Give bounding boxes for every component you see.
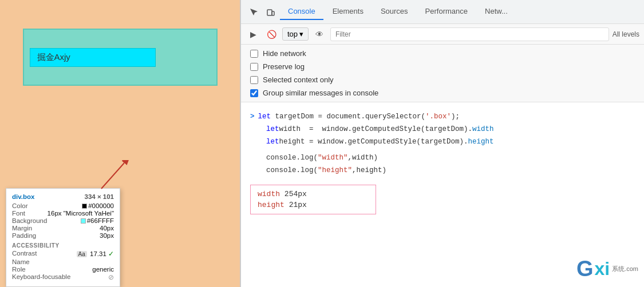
tooltip-name-row: Name: [12, 258, 114, 265]
code-line-2: let width = window.getComputedStyle(targ…: [266, 123, 635, 135]
tooltip-font-row: Font 16px "Microsoft YaHei": [12, 210, 114, 217]
tooltip-keyboard-row: Keyboard-focusable ⊘: [12, 273, 114, 281]
left-panel: 掘金Axjy div.box 334 × 101 Color #000000 F…: [0, 0, 240, 287]
aa-badge: Aa: [77, 251, 87, 257]
color-label: Color: [12, 202, 27, 209]
bg-swatch: [81, 218, 86, 224]
page-content: 掘金Axjy: [0, 0, 240, 114]
group-similar-label: Group similar messages in console: [263, 89, 378, 97]
contrast-value: Aa 17.31 ✓: [77, 250, 114, 258]
context-dropdown-icon: ▾: [299, 30, 303, 38]
setting-hide-network: Hide network: [250, 47, 635, 60]
accessibility-section: ACCESSIBILITY: [12, 242, 114, 249]
code-line-3: let height = window.getComputedStyle(tar…: [266, 135, 635, 148]
width-value: 254px: [285, 190, 307, 198]
tooltip-role-row: Role generic: [12, 266, 114, 273]
teal-box: 掘金Axjy: [23, 29, 218, 86]
width-label: width: [258, 190, 280, 198]
margin-label: Margin: [12, 225, 32, 232]
role-value: generic: [92, 266, 114, 273]
element-tooltip: div.box 334 × 101 Color #000000 Font 16p…: [6, 188, 120, 287]
tooltip-color-row: Color #000000: [12, 202, 114, 209]
setting-group-similar: Group similar messages in console: [250, 86, 635, 99]
padding-label: Padding: [12, 232, 36, 239]
svg-rect-3: [272, 11, 274, 15]
code-text-1: let targetDom = document.querySelector('…: [258, 111, 460, 122]
contrast-label: Contrast: [12, 250, 37, 258]
svg-line-1: [101, 163, 124, 189]
hide-network-label: Hide network: [263, 49, 306, 58]
console-settings: Hide network Preserve log Selected conte…: [241, 45, 644, 102]
context-label: top: [287, 30, 298, 38]
height-label: height: [258, 201, 285, 209]
arrow-icon: [96, 160, 130, 192]
code-line-5: console.log("width",width): [266, 152, 635, 164]
cursor-icon[interactable]: [246, 4, 262, 20]
check-icon: ✓: [108, 250, 114, 258]
watermark-sub: 系统.com: [612, 265, 638, 273]
tooltip-padding-row: Padding 30px: [12, 232, 114, 239]
role-label: Role: [12, 266, 26, 273]
tab-network[interactable]: Netw...: [477, 3, 516, 20]
preserve-log-checkbox[interactable]: [250, 63, 258, 71]
setting-selected-context: Selected context only: [250, 73, 635, 86]
watermark-g: G: [576, 257, 594, 281]
bg-label: Background: [12, 217, 47, 224]
color-swatch: [82, 204, 87, 209]
output-results: width 254px height 21px: [250, 185, 376, 214]
tab-elements[interactable]: Elements: [325, 3, 372, 20]
output-height: height 21px: [258, 200, 369, 210]
selected-context-checkbox[interactable]: [250, 76, 258, 84]
element-size: 334 × 101: [85, 193, 114, 200]
svg-rect-2: [267, 10, 272, 15]
tooltip-title: div.box 334 × 101: [12, 193, 114, 200]
console-toolbar: ▶ 🚫 top ▾ 👁 All levels: [241, 24, 644, 45]
tab-console[interactable]: Console: [280, 3, 323, 20]
preserve-log-label: Preserve log: [263, 62, 305, 71]
tab-performance[interactable]: Performance: [417, 3, 476, 20]
name-label: Name: [12, 258, 30, 265]
font-label: Font: [12, 210, 25, 217]
context-selector[interactable]: top ▾: [282, 27, 309, 41]
group-similar-checkbox[interactable]: [250, 89, 258, 97]
tooltip-bg-row: Background #66FFFF: [12, 217, 114, 224]
font-value: 16px "Microsoft YaHei": [48, 210, 114, 217]
watermark: G xi 系统.com: [576, 257, 638, 281]
filter-input[interactable]: [330, 27, 609, 41]
tooltip-contrast-row: Contrast Aa 17.31 ✓: [12, 250, 114, 258]
margin-value: 40px: [100, 225, 114, 232]
code-line-6: console.log("height",height): [266, 164, 635, 177]
prompt-icon: >: [250, 111, 255, 122]
page-text: 掘金Axjy: [30, 48, 156, 67]
padding-value: 30px: [100, 232, 114, 239]
code-line-1: > let targetDom = document.querySelector…: [250, 110, 635, 123]
hide-network-checkbox[interactable]: [250, 50, 258, 58]
keyboard-label: Keyboard-focusable: [12, 273, 70, 281]
levels-dropdown[interactable]: All levels: [613, 30, 639, 38]
height-value: 21px: [289, 201, 307, 209]
bg-value: #66FFFF: [81, 217, 114, 224]
block-icon[interactable]: 🚫: [264, 27, 279, 42]
output-width: width 254px: [258, 189, 369, 200]
tooltip-margin-row: Margin 40px: [12, 225, 114, 232]
tab-sources[interactable]: Sources: [373, 3, 416, 20]
watermark-xi: xi: [594, 258, 610, 280]
responsive-icon[interactable]: [263, 4, 279, 20]
color-value: #000000: [82, 202, 114, 209]
eye-icon[interactable]: 👁: [312, 27, 327, 42]
devtools-panel: Console Elements Sources Performance Net…: [240, 0, 644, 287]
setting-preserve-log: Preserve log: [250, 60, 635, 73]
devtools-tabs: Console Elements Sources Performance Net…: [241, 0, 644, 24]
blocked-icon: ⊘: [108, 273, 114, 281]
selected-context-label: Selected context only: [263, 75, 334, 84]
element-selector: div.box: [12, 193, 34, 200]
play-icon[interactable]: ▶: [246, 27, 260, 42]
code-section: > let targetDom = document.querySelector…: [241, 107, 644, 180]
